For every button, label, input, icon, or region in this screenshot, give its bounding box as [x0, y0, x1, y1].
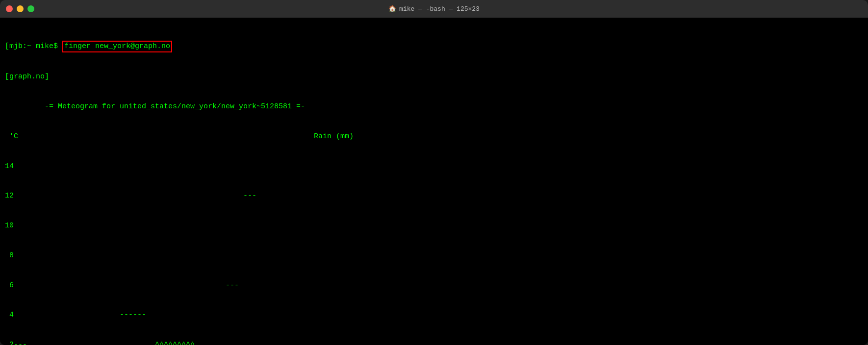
command-highlighted: finger new_york@graph.no [62, 41, 172, 52]
output-line3: 'C Rain (mm) [5, 132, 863, 142]
output-line8: 6 --- [5, 281, 863, 291]
terminal-body[interactable]: [mjb:~ mike$ finger new_york@graph.no [g… [0, 18, 868, 345]
output-line1: [graph.no] [5, 72, 863, 82]
titlebar: 🏠 mike — -bash — 125×23 [0, 0, 868, 18]
command-line: [mjb:~ mike$ finger new_york@graph.no [5, 41, 863, 52]
terminal-window: 🏠 mike — -bash — 125×23 [mjb:~ mike$ fin… [0, 0, 868, 345]
minimize-button[interactable] [17, 5, 24, 12]
output-line9: 4 ------ [5, 310, 863, 320]
output-line2: -= Meteogram for united_states/new_york/… [5, 102, 863, 112]
maximize-button[interactable] [27, 5, 34, 12]
home-icon: 🏠 [388, 5, 396, 13]
output-line10: 2--- ^^^^^^^^^ [5, 340, 863, 345]
output-line5: 12 --- [5, 191, 863, 201]
close-button[interactable] [6, 5, 13, 12]
window-title: 🏠 mike — -bash — 125×23 [388, 5, 480, 13]
prompt1: [mjb:~ mike$ [5, 42, 62, 51]
output-line6: 10 [5, 221, 863, 231]
traffic-lights [6, 5, 34, 12]
output-line4: 14 [5, 162, 863, 172]
output-line7: 8 [5, 251, 863, 261]
